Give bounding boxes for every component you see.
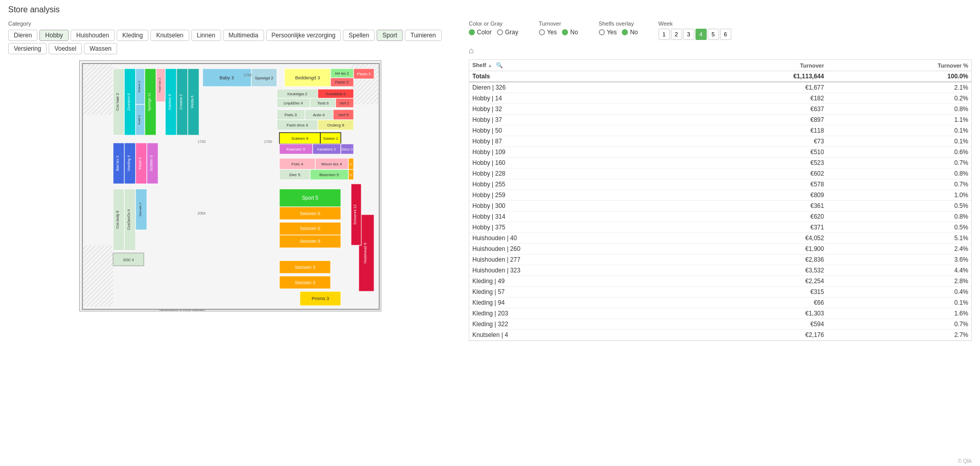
- svg-text:Huishoud 6: Huishoud 6: [363, 242, 367, 263]
- shelf-search-icon[interactable]: 🔍: [496, 62, 503, 69]
- shelf-name: Hobby | 32: [469, 104, 682, 115]
- shelf-pct: 0.1%: [827, 125, 971, 136]
- week-btn-2[interactable]: 2: [671, 29, 682, 40]
- gray-radio-dot[interactable]: [497, 29, 503, 35]
- cat-btn-versiering[interactable]: Versiering: [8, 43, 47, 54]
- turnover-control: Turnover Yes No: [539, 20, 578, 36]
- shelf-name: Hobby | 314: [469, 211, 682, 222]
- shelfs-no[interactable]: No: [622, 29, 638, 36]
- table-row: Kleding | 94 €66 0.1%: [469, 298, 971, 308]
- shelf-pct: 0.1%: [827, 136, 971, 147]
- shelfs-yes[interactable]: Yes: [599, 29, 617, 36]
- svg-text:Speelgd 2: Speelgd 2: [255, 76, 274, 80]
- shelf-pct: 0.6%: [827, 147, 971, 158]
- svg-text:Baby 3: Baby 3: [220, 75, 234, 80]
- svg-text:Foto 4: Foto 4: [292, 162, 303, 166]
- shelfs-no-dot[interactable]: [622, 29, 628, 35]
- svg-text:Kantoor 8: Kantoor 8: [168, 94, 171, 110]
- week-btn-5[interactable]: 5: [708, 29, 719, 40]
- gray-option[interactable]: Gray: [497, 29, 518, 36]
- home-icon[interactable]: ⌂: [469, 46, 474, 55]
- shelf-name: Kleding | 203: [469, 308, 682, 319]
- cat-btn-linnen[interactable]: Linnen: [191, 30, 221, 41]
- svg-text:Promo 3: Promo 3: [312, 296, 329, 301]
- turnover-no-label: No: [570, 29, 578, 36]
- svg-text:Sokken 6: Sokken 6: [291, 136, 309, 141]
- cat-btn-wassen[interactable]: Wassen: [84, 43, 117, 54]
- cat-btn-dieren[interactable]: Dieren: [8, 30, 37, 41]
- shelf-name: Hobby | 37: [469, 115, 682, 125]
- cat-btn-kleding[interactable]: Kleding: [117, 30, 148, 41]
- shelfs-yes-dot[interactable]: [599, 29, 605, 35]
- shelf-table: Shelf ▲ 🔍 Turnover Turnover % Totals €1,…: [469, 60, 971, 341]
- totals-row: Totals €1,113,644 100.0%: [469, 71, 971, 82]
- cat-btn-voedsel[interactable]: Voedsel: [49, 43, 82, 54]
- svg-text:Verf 2: Verf 2: [340, 101, 349, 105]
- svg-text:Kandeers 3: Kandeers 3: [317, 147, 336, 151]
- svg-text:2054: 2054: [198, 211, 206, 215]
- turnover-no-dot[interactable]: [562, 29, 568, 35]
- svg-text:D: D: [350, 174, 353, 177]
- svg-text:1720: 1720: [198, 140, 206, 143]
- shelf-pct: 0.5%: [827, 222, 971, 233]
- shelf-pct: 0.7%: [827, 158, 971, 168]
- turnover-no[interactable]: No: [562, 29, 578, 36]
- svg-text:Verf 5: Verf 5: [338, 113, 349, 117]
- svg-text:CosGezOv 4: CosGezOv 4: [127, 209, 130, 230]
- shelf-sort-icon[interactable]: ▲: [488, 63, 492, 68]
- table-row: Kleding | 322 €594 0.7%: [469, 319, 971, 330]
- cat-btn-sport[interactable]: Sport: [377, 30, 403, 41]
- svg-text:Sokken 2: Sokken 2: [323, 137, 338, 140]
- turnover-yes[interactable]: Yes: [539, 29, 557, 36]
- shelf-name: Kleding | 94: [469, 298, 682, 308]
- cat-btn-knutselen[interactable]: Knutselen: [150, 30, 189, 41]
- week-btn-4[interactable]: 4: [695, 29, 707, 40]
- table-row: Hobby | 14 €182 0.2%: [469, 93, 971, 104]
- data-table-wrapper[interactable]: Shelf ▲ 🔍 Turnover Turnover % Totals €1,…: [469, 59, 972, 341]
- cat-btn-tuinieren[interactable]: Tuinieren: [405, 30, 442, 41]
- shelf-turnover: €66: [682, 298, 827, 308]
- shelf-name: Hobby | 255: [469, 179, 682, 190]
- cat-btn-spellen[interactable]: Spellen: [343, 30, 375, 41]
- svg-text:Cos body 8: Cos body 8: [116, 210, 120, 229]
- week-buttons: 123456: [659, 29, 731, 40]
- turnover-yes-dot[interactable]: [539, 29, 545, 35]
- col-turnover-pct[interactable]: Turnover %: [827, 60, 971, 71]
- shelf-turnover: €73: [682, 136, 827, 147]
- col-shelf[interactable]: Shelf ▲ 🔍: [469, 60, 682, 71]
- color-option[interactable]: Color: [469, 29, 492, 36]
- table-row: Kleding | 203 €1,303 1.6%: [469, 308, 971, 319]
- category-buttons: DierenHobbyHuishoudenKledingKnutselenLin…: [8, 30, 452, 54]
- shelf-name: Hobby | 259: [469, 190, 682, 201]
- cat-btn-persoonlijke[interactable]: Persoonlijke verzorging: [266, 30, 341, 41]
- week-btn-1[interactable]: 1: [659, 29, 670, 40]
- svg-text:Voeding 4: Voeding 4: [127, 155, 131, 171]
- color-radio-dot[interactable]: [469, 29, 475, 35]
- cat-btn-hobby[interactable]: Hobby: [39, 30, 69, 41]
- table-row: Hobby | 50 €118 0.1%: [469, 125, 971, 136]
- week-label: Week: [659, 20, 731, 27]
- week-control: Week 123456: [659, 20, 731, 40]
- week-btn-6[interactable]: 6: [720, 29, 731, 40]
- table-row: Hobby | 228 €602 0.8%: [469, 168, 971, 179]
- svg-text:Onderg 8: Onderg 8: [327, 123, 344, 128]
- col-turnover[interactable]: Turnover: [682, 60, 827, 71]
- gray-option-label: Gray: [505, 29, 518, 36]
- controls-row: Color or Gray Color Gray Turnover: [469, 20, 972, 40]
- table-row: Hobby | 160 €523 0.7%: [469, 158, 971, 168]
- shelf-pct: 2.4%: [827, 244, 971, 255]
- shelf-turnover: €594: [682, 319, 827, 330]
- cat-btn-huishouden[interactable]: Huishouden: [71, 30, 115, 41]
- shelf-pct: 4.4%: [827, 265, 971, 276]
- table-row: Huishouden | 277 €2,836 3.6%: [469, 255, 971, 265]
- shelf-pct: 2.8%: [827, 276, 971, 287]
- table-row: Hobby | 255 €578 0.7%: [469, 179, 971, 190]
- shelf-name: Knutselen | 4: [469, 330, 682, 341]
- svg-text:Bad tex 3: Bad tex 3: [116, 156, 119, 171]
- svg-text:Koelt 2: Koelt 2: [138, 115, 141, 124]
- svg-text:Tools 6: Tools 6: [317, 101, 329, 105]
- week-btn-3[interactable]: 3: [683, 29, 694, 40]
- shelf-name: Hobby | 160: [469, 158, 682, 168]
- cat-btn-multimedia[interactable]: Multimedia: [223, 30, 264, 41]
- shelf-turnover: €523: [682, 158, 827, 168]
